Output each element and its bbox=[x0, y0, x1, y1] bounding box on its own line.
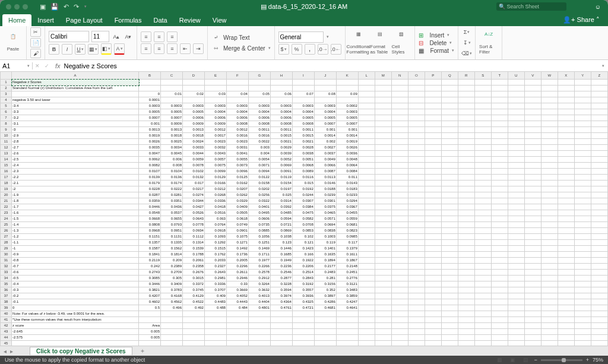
cell[interactable] bbox=[358, 270, 375, 276]
cell[interactable]: 0.3336 bbox=[204, 281, 226, 287]
cell[interactable] bbox=[458, 228, 474, 234]
cell[interactable] bbox=[391, 335, 408, 341]
cell[interactable] bbox=[508, 287, 524, 293]
cell[interactable] bbox=[425, 264, 441, 270]
cell[interactable] bbox=[425, 329, 441, 335]
cell[interactable] bbox=[508, 198, 524, 204]
cell[interactable] bbox=[226, 80, 248, 86]
cell[interactable]: 0.0007 bbox=[161, 115, 183, 121]
cell[interactable] bbox=[524, 175, 541, 181]
cell[interactable]: 0.0006 bbox=[204, 115, 226, 121]
row-header[interactable]: 22 bbox=[1, 204, 12, 210]
cell[interactable] bbox=[375, 299, 391, 305]
cell[interactable] bbox=[508, 299, 524, 305]
cell[interactable] bbox=[375, 258, 391, 264]
cell[interactable] bbox=[558, 80, 574, 86]
autosum-icon[interactable]: Σ▾ bbox=[462, 27, 471, 37]
cell[interactable] bbox=[591, 270, 607, 276]
cell[interactable] bbox=[491, 258, 508, 264]
cell[interactable] bbox=[182, 323, 204, 329]
copy-icon[interactable]: 📄 bbox=[30, 38, 41, 48]
cell[interactable] bbox=[558, 299, 574, 305]
cell[interactable]: 0.492 bbox=[182, 305, 204, 311]
cell[interactable] bbox=[508, 151, 524, 157]
cell[interactable] bbox=[591, 151, 607, 157]
cell[interactable] bbox=[558, 127, 574, 133]
row-header[interactable]: 34 bbox=[1, 276, 12, 281]
row-header[interactable]: 20 bbox=[1, 192, 12, 198]
cell[interactable] bbox=[375, 127, 391, 133]
cell[interactable]: Note: For values of z below -3.49, use 0… bbox=[12, 311, 139, 317]
cell[interactable]: 0.0007 bbox=[336, 121, 358, 127]
row-header[interactable]: 21 bbox=[1, 198, 12, 204]
cell[interactable] bbox=[358, 281, 375, 287]
col-header[interactable]: S bbox=[474, 72, 491, 80]
cell[interactable]: 0.0008 bbox=[292, 121, 314, 127]
cell[interactable]: 0.3594 bbox=[270, 287, 292, 293]
cell[interactable] bbox=[591, 234, 607, 240]
cell[interactable]: 0.0139 bbox=[139, 175, 161, 181]
cell[interactable] bbox=[508, 293, 524, 299]
cell[interactable] bbox=[408, 335, 425, 341]
cell[interactable] bbox=[408, 204, 425, 210]
cell[interactable] bbox=[508, 276, 524, 281]
cell[interactable] bbox=[541, 97, 558, 103]
cell[interactable] bbox=[541, 252, 558, 258]
cell[interactable]: 0.1271 bbox=[226, 240, 248, 246]
cell[interactable]: 0.0427 bbox=[182, 204, 204, 210]
row-header[interactable]: 31 bbox=[1, 258, 12, 264]
cell[interactable] bbox=[161, 311, 183, 317]
cell[interactable] bbox=[508, 145, 524, 151]
align-center-icon[interactable]: ≡ bbox=[154, 43, 164, 54]
cell[interactable] bbox=[558, 311, 574, 317]
cell[interactable]: 0.1379 bbox=[336, 246, 358, 252]
cell[interactable] bbox=[408, 216, 425, 222]
cell[interactable] bbox=[541, 234, 558, 240]
search-input[interactable]: 🔍 Search Sheet bbox=[496, 2, 566, 11]
font-name-input[interactable] bbox=[49, 31, 89, 42]
cell[interactable] bbox=[441, 281, 458, 287]
cell[interactable]: 0.0778 bbox=[182, 222, 204, 228]
cell[interactable] bbox=[474, 80, 491, 86]
cell[interactable] bbox=[474, 145, 491, 151]
cell[interactable]: 0.0465 bbox=[314, 210, 336, 216]
cell[interactable] bbox=[508, 305, 524, 311]
cell[interactable]: -0.1 bbox=[12, 299, 139, 305]
cell[interactable] bbox=[591, 86, 607, 91]
row-header[interactable]: 13 bbox=[1, 151, 12, 157]
cell[interactable]: -1.2 bbox=[12, 234, 139, 240]
cell[interactable]: -2.6 bbox=[12, 151, 139, 157]
cell[interactable] bbox=[491, 186, 508, 192]
italic-button[interactable]: I bbox=[62, 44, 72, 55]
cell[interactable] bbox=[558, 222, 574, 228]
expand-fbar-icon[interactable]: ▾ bbox=[602, 64, 608, 68]
cell[interactable] bbox=[558, 169, 574, 175]
cell[interactable] bbox=[139, 317, 161, 323]
cell[interactable] bbox=[204, 317, 226, 323]
cell[interactable] bbox=[204, 335, 226, 341]
cell[interactable] bbox=[425, 210, 441, 216]
cell[interactable]: 0.0495 bbox=[248, 210, 270, 216]
col-header[interactable]: Y bbox=[574, 72, 591, 80]
cell[interactable] bbox=[491, 169, 508, 175]
cell[interactable] bbox=[541, 311, 558, 317]
cell[interactable] bbox=[292, 317, 314, 323]
cell[interactable]: 0.2358 bbox=[182, 264, 204, 270]
cell[interactable] bbox=[408, 281, 425, 287]
cell[interactable]: 0.0009 bbox=[161, 121, 183, 127]
cell[interactable] bbox=[591, 169, 607, 175]
cell[interactable] bbox=[391, 228, 408, 234]
cell[interactable]: 0.2514 bbox=[292, 270, 314, 276]
col-header[interactable]: G bbox=[248, 72, 270, 80]
cell[interactable] bbox=[491, 127, 508, 133]
cell[interactable] bbox=[391, 86, 408, 91]
cell[interactable]: 0.4562 bbox=[161, 299, 183, 305]
cell[interactable]: 0.003 bbox=[248, 145, 270, 151]
cell[interactable] bbox=[458, 121, 474, 127]
cell[interactable]: 0.0075 bbox=[204, 163, 226, 169]
cell[interactable]: *Use these common values that result fro… bbox=[12, 317, 139, 323]
cell[interactable]: 0.2061 bbox=[182, 258, 204, 264]
cell[interactable]: 0.0049 bbox=[314, 157, 336, 163]
cell[interactable]: 0.0024 bbox=[182, 139, 204, 145]
cell[interactable] bbox=[574, 145, 591, 151]
